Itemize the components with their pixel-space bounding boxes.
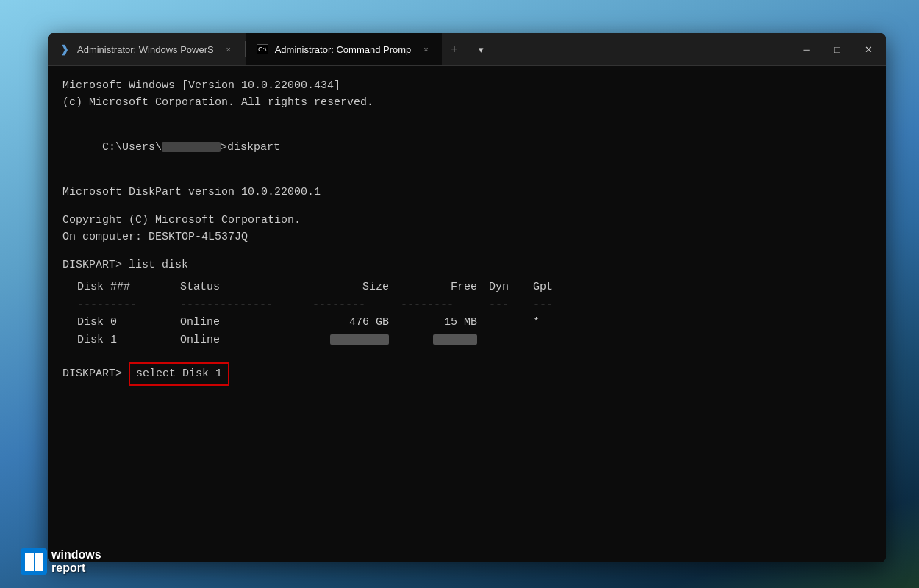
minimize-button[interactable]: ─: [792, 33, 821, 66]
watermark: windows report: [21, 548, 101, 575]
redacted-disk1-size: [330, 334, 389, 345]
terminal-content: Microsoft Windows [Version 10.0.22000.43…: [48, 66, 886, 562]
tab-cmd-label: Administrator: Command Promp: [275, 44, 412, 55]
col-header-status: Status: [180, 279, 312, 296]
col-header-free: Free: [401, 279, 489, 296]
col-header-gpt: Gpt: [533, 279, 577, 296]
tab-cmd-close[interactable]: ×: [420, 43, 432, 55]
diskpart-version-line: Microsoft DiskPart version 10.0.22000.1: [62, 184, 871, 201]
cmd-icon: C:\: [256, 43, 269, 56]
list-disk-command: DISKPART> list disk: [62, 257, 871, 274]
tab-powershell-label: Administrator: Windows PowerS: [77, 44, 214, 55]
computer-name-line: On computer: DESKTOP-4L537JQ: [62, 229, 871, 246]
powershell-icon: ❱: [58, 43, 71, 56]
col-header-disk: Disk ###: [77, 279, 180, 296]
col-header-size: Size: [312, 279, 401, 296]
svg-rect-3: [35, 562, 43, 571]
maximize-button[interactable]: □: [823, 33, 852, 66]
copyright-line2: Copyright (C) Microsoft Corporation.: [62, 212, 871, 229]
disk-table-separator: --------- -------------- -------- ------…: [77, 296, 871, 314]
watermark-text: windows report: [51, 548, 101, 574]
diskpart-command-line: C:\Users\>diskpart: [62, 123, 871, 173]
svg-rect-2: [25, 562, 34, 571]
windows-version-line: Microsoft Windows [Version 10.0.22000.43…: [62, 78, 871, 95]
terminal-window: ❱ Administrator: Windows PowerS × C:\ Ad…: [48, 33, 886, 562]
redacted-username: [162, 142, 221, 152]
redacted-disk1-free: [433, 334, 477, 345]
close-button[interactable]: ✕: [854, 33, 883, 66]
watermark-logo: [21, 548, 47, 575]
disk-table-header: Disk ### Status Size Free Dyn Gpt: [77, 279, 871, 296]
tab-cmd[interactable]: C:\ Administrator: Command Promp ×: [246, 33, 443, 65]
new-tab-button[interactable]: +: [442, 33, 466, 65]
select-disk-command: select Disk 1: [129, 362, 229, 387]
title-bar: ❱ Administrator: Windows PowerS × C:\ Ad…: [48, 33, 886, 66]
col-header-dyn: Dyn: [489, 279, 533, 296]
tab-powershell-close[interactable]: ×: [223, 43, 235, 55]
select-disk-line: DISKPART> select Disk 1: [62, 362, 871, 387]
svg-rect-1: [35, 553, 43, 562]
copyright-line: (c) Microsoft Corporation. All rights re…: [62, 95, 871, 112]
disk-table-row-1: Disk 1 Online: [77, 331, 871, 349]
tab-dropdown-button[interactable]: ▾: [467, 33, 496, 66]
window-controls: ─ □ ✕: [792, 33, 886, 66]
tab-powershell[interactable]: ❱ Administrator: Windows PowerS ×: [48, 33, 245, 65]
diskpart-prompt-2: DISKPART>: [62, 366, 129, 383]
disk-table-row-0: Disk 0 Online 476 GB 15 MB *: [77, 314, 871, 331]
svg-rect-0: [25, 553, 34, 562]
disk-table: Disk ### Status Size Free Dyn Gpt ------…: [77, 279, 871, 349]
